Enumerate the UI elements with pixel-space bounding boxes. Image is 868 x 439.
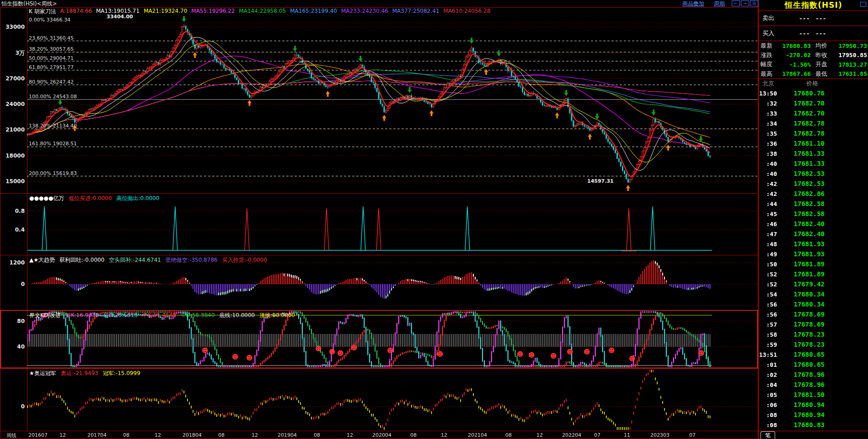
x-axis-tick-label: 08: [314, 432, 320, 438]
y-axis-tick-label: 3万: [0, 49, 25, 57]
tick-time: :36: [759, 140, 777, 147]
tick-price: 17682.53: [777, 170, 825, 177]
overlay-link[interactable]: 商品叠加: [682, 0, 704, 8]
open-label: 开盘: [815, 60, 831, 69]
tick-price: 17680.34: [777, 291, 825, 298]
tick-price: 17681.89: [777, 260, 825, 268]
tick-price: 17679.42: [777, 280, 825, 288]
tick-price: 17682.78: [777, 120, 825, 127]
x-axis-tick-label: 12: [59, 432, 66, 438]
indicator-value-label: 短K:16.9332: [65, 312, 99, 319]
tick-price: 17680.94: [777, 411, 825, 418]
tick-row: :33 17682.70: [759, 108, 868, 118]
y-axis-tick-label: 1200: [0, 259, 25, 266]
tick-row: :32 17682.70: [759, 98, 868, 108]
svg-text:☻: ☻: [246, 354, 253, 361]
tick-row: :40 17681.33: [759, 159, 868, 169]
svg-text:☻: ☻: [202, 347, 209, 354]
sell-row: 卖出 --- ---: [759, 11, 868, 26]
buy-row: 买入 --- ---: [759, 26, 868, 41]
tick-time: :56: [759, 311, 777, 318]
tick-price: 17680.65: [777, 361, 825, 368]
svg-text:☻: ☻: [315, 345, 322, 352]
indicator-value-label: 获利回吐:-0.0000: [59, 256, 104, 264]
tick-price: 17678.23: [777, 341, 825, 348]
tick-price: 17680.76: [777, 90, 825, 97]
x-axis-tick-label: 202204: [562, 432, 581, 438]
fib-level-label: 138.20% 21134.40: [29, 123, 77, 129]
panel1-header: ●●●●●亿万低位买进:0.0000高位抛出:0.0000: [29, 195, 164, 202]
ma-value-label: MA165:23199.40: [290, 8, 337, 16]
prev-icon[interactable]: ←: [732, 0, 740, 6]
tick-price: 17678.23: [777, 331, 825, 338]
quote-row: 最高 17867.66 最低 17631.85: [759, 70, 868, 78]
y-axis-tick-label: 27000: [0, 75, 25, 82]
indicator-value-label: 低位买进:0.0000: [69, 195, 112, 202]
tick-time: :47: [759, 231, 777, 238]
tick-time: :05: [759, 391, 777, 398]
tick-time: :40: [759, 170, 777, 177]
tick-time: :33: [759, 110, 777, 117]
indicator-value-label: 短D:25.5513: [103, 312, 138, 319]
tick-row: :38 17681.33: [759, 148, 868, 159]
tick-time: :57: [759, 321, 777, 328]
indicator-value-label: 高位抛出:0.0000: [116, 195, 159, 202]
tick-price: 17682.86: [777, 190, 825, 197]
tick-time: :08: [759, 412, 777, 418]
tick-row: :48 17681.93: [759, 239, 868, 249]
ma-value-label: MA21:19324.70: [144, 8, 187, 16]
y-axis-tick-label: 33000: [0, 24, 25, 30]
tick-row: :52 17681.89: [759, 269, 868, 279]
svg-text:☻: ☻: [517, 350, 524, 358]
period-corner-label[interactable]: 周线: [6, 432, 16, 439]
tick-price: 17680.94: [777, 401, 825, 408]
panel4-header: ★奥运冠军奥运:-21.9493冠军:-15.0999: [29, 370, 145, 377]
tick-list-header: 北京 价格: [759, 79, 868, 88]
svg-text:☻: ☻: [232, 353, 239, 360]
ma-value-label: MA144:22958.05: [239, 8, 286, 16]
tick-time: :54: [759, 291, 777, 298]
tick-price: 17678.69: [777, 311, 825, 318]
x-axis-tick-label: 12: [347, 432, 353, 438]
tick-price: 17681.93: [777, 250, 825, 258]
tick-row: :08 17680.94: [759, 410, 868, 420]
tick-row: :34 17682.78: [759, 118, 868, 128]
change-label: 涨跌: [761, 51, 776, 59]
open-value: 17813.27: [831, 61, 867, 68]
tick-time: :34: [759, 120, 777, 127]
tick-price: 17681.10: [777, 140, 825, 147]
tick-list[interactable]: 13:50 17680.76 :32 17682.70 :33 17682.70…: [759, 88, 868, 430]
svg-text:☻: ☻: [351, 344, 358, 351]
tick-row: :58 17678.23: [759, 329, 868, 339]
tick-price: 17678.69: [777, 321, 825, 328]
indicator-value-label: 中K:51.4648: [142, 312, 176, 319]
window-restore-icon[interactable]: [860, 2, 866, 7]
x-axis-tick-label: 08: [505, 432, 512, 438]
sell-label: 卖出: [762, 14, 774, 22]
tick-time: 13:50: [759, 90, 777, 97]
tick-price: 17682.70: [777, 100, 825, 107]
split-window-icon[interactable]: ⊟: [750, 0, 758, 6]
tick-row: :06 17680.94: [759, 400, 868, 410]
fib-level-label: 50.00% 29004.71: [29, 55, 74, 61]
tick-time: :06: [759, 402, 777, 408]
tick-row: :46 17682.40: [759, 219, 868, 229]
indicator-value-label: 冠军:-15.0999: [103, 370, 140, 377]
ma-value-label: MA233:24230.46: [341, 8, 388, 16]
tick-price-header: 价格: [806, 79, 818, 88]
next-icon[interactable]: →: [741, 0, 749, 6]
tick-time: :46: [759, 221, 777, 227]
panel3-header: 界文KDJ改进短K:16.9332短D:25.5513中K:51.4648中D:…: [29, 312, 300, 319]
panel2-header: ▲★大趋势获利回吐:-0.0000空头回补:-244.6741坚绝做空:-350…: [29, 256, 272, 264]
change-value: -270.02: [776, 52, 811, 58]
low-value: 17631.85: [831, 70, 867, 77]
fib-level-label: 38.20% 30057.65: [29, 46, 74, 52]
svg-text:☻: ☻: [608, 347, 615, 354]
tick-time: :58: [759, 331, 777, 338]
tab-pen[interactable]: 笔: [761, 431, 775, 439]
high-value: 17867.66: [776, 70, 811, 77]
tick-price: 17680.65: [777, 351, 825, 358]
period-link[interactable]: 周期: [714, 0, 725, 8]
y-axis-tick-label: 0.8: [0, 208, 25, 214]
ma-value-label: MA55:19296.22: [191, 8, 235, 16]
